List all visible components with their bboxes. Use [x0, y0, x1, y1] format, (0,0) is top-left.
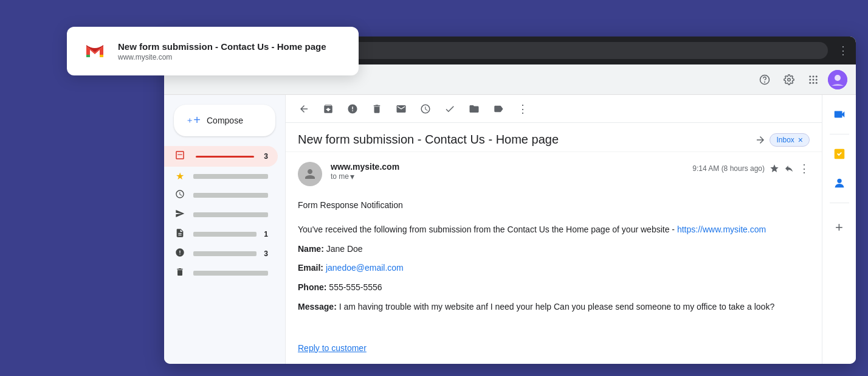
- email-body: Form Response Notification You've receiv…: [298, 198, 810, 355]
- sidebar-item-sent[interactable]: [164, 205, 278, 225]
- mark-button[interactable]: [391, 99, 411, 119]
- forward-icon: [755, 134, 766, 145]
- drafts-count: 1: [264, 230, 268, 238]
- svg-point-4: [765, 82, 765, 82]
- notification-title: New form submission - Contact Us - Home …: [118, 41, 326, 52]
- svg-point-14: [816, 82, 818, 83]
- notification-popup: New form submission - Contact Us - Home …: [67, 27, 359, 75]
- spam-count: 3: [264, 249, 268, 258]
- svg-point-16: [835, 75, 841, 81]
- tasks-icon[interactable]: [827, 142, 852, 166]
- divider-2: [830, 203, 849, 203]
- svg-point-9: [809, 78, 811, 80]
- email-toolbar: ⋮: [286, 95, 822, 123]
- gmail-container: + Compose 3 ★: [164, 95, 856, 364]
- sidebar-item-snoozed[interactable]: [164, 186, 278, 205]
- meet-icon[interactable]: [827, 102, 852, 127]
- inbox-badge[interactable]: Inbox ×: [770, 133, 810, 147]
- svg-point-8: [816, 75, 818, 77]
- apps-icon[interactable]: [804, 70, 823, 89]
- email-header: New form submission - Contact Us - Home …: [286, 123, 822, 152]
- email-link[interactable]: janedoe@email.com: [326, 263, 404, 273]
- compose-plus-icon: +: [186, 113, 201, 128]
- sender-time: 9:14 AM (8 hours ago) ⋮: [692, 162, 810, 175]
- archive-button[interactable]: [319, 99, 338, 119]
- report-button[interactable]: [343, 99, 362, 119]
- sent-icon: [174, 209, 186, 221]
- compose-label: Compose: [207, 116, 243, 125]
- sidebar-item-inbox[interactable]: 3: [164, 146, 278, 167]
- delete-button[interactable]: [367, 99, 387, 119]
- gmail-main: ⋮ New form submission - Contact Us - Hom…: [286, 95, 822, 364]
- body-message: Message: I am having trouble with my web…: [298, 300, 810, 315]
- reply-to-customer-link[interactable]: Reply to customer: [298, 341, 367, 356]
- settings-icon[interactable]: [779, 70, 799, 89]
- divider: [830, 134, 849, 134]
- move-button[interactable]: [464, 99, 484, 119]
- svg-rect-18: [177, 155, 182, 155]
- svg-point-20: [837, 179, 841, 183]
- svg-point-7: [813, 75, 815, 77]
- notification-url: www.mysite.com: [118, 53, 326, 61]
- inbox-label: Inbox: [776, 136, 794, 144]
- trash-icon: [174, 267, 186, 279]
- body-phone: Phone: 555-555-5556: [298, 280, 810, 295]
- help-icon[interactable]: [755, 70, 774, 89]
- contacts-icon[interactable]: [827, 171, 852, 195]
- avatar[interactable]: [828, 70, 847, 89]
- more-button[interactable]: ⋮: [513, 99, 532, 119]
- sender-avatar: [298, 162, 322, 186]
- reply-icon[interactable]: [784, 164, 794, 173]
- compose-button[interactable]: + Compose: [174, 105, 275, 136]
- svg-point-11: [816, 78, 818, 80]
- sidebar-item-drafts[interactable]: 1: [164, 225, 278, 244]
- sidebar-item-spam[interactable]: 3: [164, 244, 278, 263]
- gmail-logo-icon: [81, 38, 108, 64]
- svg-point-5: [788, 78, 791, 81]
- done-button[interactable]: [440, 99, 460, 119]
- star-icon[interactable]: [770, 164, 779, 173]
- body-intro: You've received the following from submi…: [298, 223, 810, 237]
- browser-window: ⋮: [164, 37, 856, 364]
- svg-point-12: [809, 82, 811, 83]
- svg-point-13: [813, 82, 815, 83]
- browser-menu-icon[interactable]: ⋮: [838, 44, 849, 57]
- drafts-icon: [174, 228, 186, 240]
- sidebar-item-starred[interactable]: ★: [164, 167, 278, 186]
- svg-point-10: [813, 78, 815, 80]
- notification-content: New form submission - Contact Us - Home …: [118, 41, 326, 61]
- sender-to: to me ▾: [331, 172, 684, 181]
- body-email: Email: janedoe@email.com: [298, 261, 810, 276]
- email-content: www.mysite.com to me ▾ 9:14 AM (8 hours …: [286, 152, 822, 364]
- more-options-button[interactable]: ⋮: [799, 162, 810, 175]
- gmail-sidebar: + Compose 3 ★: [164, 95, 286, 364]
- sender-info: www.mysite.com to me ▾: [331, 162, 684, 181]
- body-heading: Form Response Notification: [298, 198, 810, 213]
- add-icon[interactable]: +: [827, 215, 852, 240]
- spam-icon: [174, 248, 186, 260]
- starred-icon: ★: [174, 170, 186, 182]
- inbox-count: 3: [264, 152, 268, 161]
- svg-point-6: [809, 75, 811, 77]
- back-button[interactable]: [294, 99, 314, 119]
- snoozed-icon: [174, 189, 186, 201]
- inbox-icon: [174, 150, 186, 163]
- sender-name: www.mysite.com: [331, 162, 684, 172]
- sender-row: www.mysite.com to me ▾ 9:14 AM (8 hours …: [298, 162, 810, 186]
- sidebar-item-trash[interactable]: [164, 263, 278, 283]
- svg-rect-1: [86, 55, 90, 57]
- body-name: Name: Jane Doe: [298, 242, 810, 257]
- email-subject: New form submission - Contact Us - Home …: [298, 133, 748, 147]
- website-link[interactable]: https://www.mysite.com: [677, 225, 766, 234]
- svg-rect-2: [100, 55, 103, 57]
- right-sidebar: +: [822, 95, 856, 364]
- snooze-button[interactable]: [416, 99, 435, 119]
- label-button[interactable]: [489, 99, 508, 119]
- inbox-close-button[interactable]: ×: [798, 135, 803, 145]
